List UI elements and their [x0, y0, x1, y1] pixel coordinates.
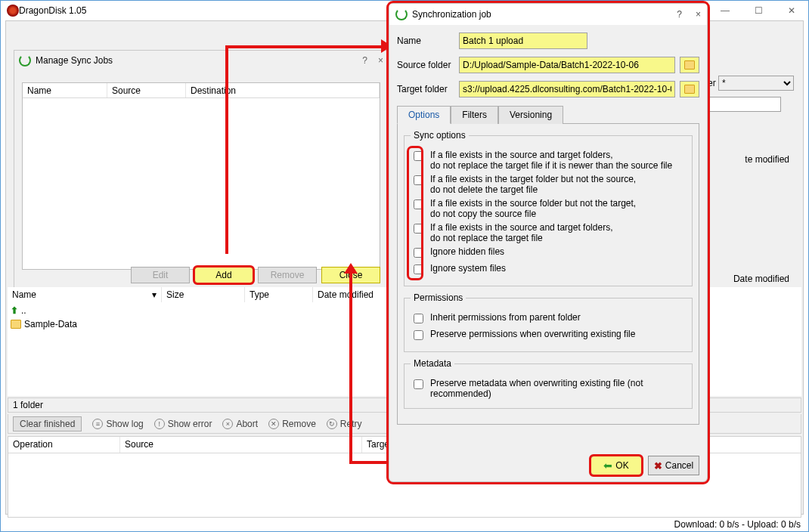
add-button[interactable]: Add [194, 267, 253, 283]
remove-icon: ✕ [268, 419, 279, 429]
browse-target-button[interactable] [680, 81, 699, 97]
col-source[interactable]: Source [120, 437, 362, 453]
name-field[interactable] [459, 32, 587, 49]
log-icon: ≡ [92, 419, 103, 429]
source-label: Source folder [397, 60, 454, 70]
tab-options[interactable]: Options [397, 106, 451, 124]
close-icon[interactable]: × [696, 9, 701, 20]
annotation-arrow [349, 272, 352, 464]
minimize-button[interactable]: — [708, 1, 742, 20]
help-button[interactable]: ? [362, 55, 367, 66]
error-icon: ! [154, 419, 165, 429]
perm-inherit-checkbox[interactable] [414, 314, 423, 323]
filter-input[interactable] [705, 97, 781, 112]
show-error-button[interactable]: !Show error [154, 419, 212, 429]
meta-preserve-checkbox[interactable] [414, 379, 423, 389]
col-name[interactable]: Name [23, 83, 107, 97]
maximize-button[interactable]: ☐ [742, 1, 775, 20]
close-button[interactable]: ✕ [775, 1, 808, 20]
dialog-title: Synchronization job [412, 9, 491, 20]
target-label: Target folder [397, 84, 454, 94]
abort-button[interactable]: ×Abort [222, 419, 258, 429]
cancel-button[interactable]: ✖Cancel [648, 456, 699, 475]
metadata-group: Metadata Preserve metadata when overwrit… [404, 358, 693, 409]
remove-button[interactable]: ✕Remove [268, 419, 316, 429]
ok-button[interactable]: ⬅OK [590, 456, 642, 475]
col-destination[interactable]: Destination [186, 83, 380, 97]
edit-button[interactable]: Edit [131, 267, 190, 283]
tab-filters[interactable]: Filters [451, 106, 498, 124]
folder-icon [684, 85, 695, 94]
help-button[interactable]: ? [677, 9, 682, 20]
abort-icon: × [222, 419, 233, 429]
app-title: DragonDisk 1.05 [19, 5, 86, 16]
filter-select[interactable]: * [718, 76, 794, 91]
sync-job-dialog: Synchronization job ? × Name Source fold… [389, 3, 708, 482]
opt-noreplace-checkbox[interactable] [414, 224, 423, 234]
folder-icon [684, 60, 695, 70]
tab-versioning[interactable]: Versioning [498, 106, 563, 124]
name-label: Name [397, 36, 454, 46]
clear-finished-button[interactable]: Clear finished [13, 416, 82, 431]
opt-hidden-checkbox[interactable] [414, 248, 423, 258]
check-icon: ⬅ [603, 459, 612, 472]
annotation-arrow [225, 45, 384, 48]
retry-button[interactable]: ↻Retry [327, 419, 362, 429]
retry-icon: ↻ [327, 419, 337, 429]
browse-source-button[interactable] [680, 57, 699, 73]
col-size[interactable]: Size [162, 287, 245, 302]
opt-nodelete-checkbox[interactable] [414, 175, 423, 185]
app-icon [7, 5, 19, 17]
col-date-modified-2: Date modified [733, 274, 789, 284]
close-icon[interactable]: × [378, 55, 383, 66]
col-name[interactable]: Name▾ [8, 287, 162, 302]
sync-icon [395, 8, 408, 20]
filter-row: ter * [705, 76, 794, 112]
target-folder-field[interactable] [459, 81, 675, 97]
col-source[interactable]: Source [107, 83, 186, 97]
show-log-button[interactable]: ≡Show log [92, 419, 143, 429]
manage-sync-jobs-dialog: Manage Sync Jobs ? × Name Source Destina… [14, 50, 389, 289]
source-folder-field[interactable] [459, 57, 675, 73]
folder-icon [11, 320, 21, 329]
remove-button[interactable]: Remove [258, 267, 317, 283]
opt-nocopy-checkbox[interactable] [414, 200, 423, 209]
tab-content: Sync options If a file exists in the sou… [397, 123, 699, 425]
perm-preserve-checkbox[interactable] [414, 330, 423, 340]
status-bar: Download: 0 b/s - Upload: 0 b/s [674, 519, 801, 530]
arrow-head-icon [344, 263, 358, 274]
col-operation[interactable]: Operation [8, 437, 120, 453]
up-arrow-icon: ⬆ [11, 305, 18, 316]
permissions-group: Permissions Inherit permissions from par… [404, 292, 693, 352]
jobs-table[interactable]: Name Source Destination [22, 82, 380, 270]
x-icon: ✖ [654, 460, 662, 472]
annotation-arrow [225, 45, 228, 254]
col-date-modified: te modified [745, 154, 789, 165]
opt-newer-checkbox[interactable] [414, 151, 423, 161]
manage-title: Manage Sync Jobs [36, 55, 113, 66]
col-type[interactable]: Type [245, 287, 313, 302]
opt-system-checkbox[interactable] [414, 264, 423, 274]
sync-icon [19, 54, 31, 66]
sync-options-group: Sync options If a file exists in the sou… [404, 130, 693, 286]
